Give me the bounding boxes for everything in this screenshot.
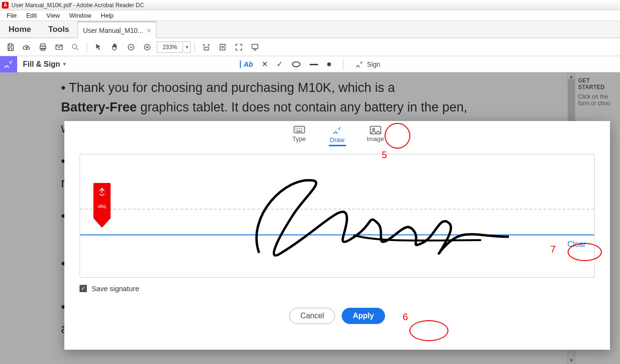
x-tool-icon[interactable]: ✕ <box>262 60 268 69</box>
save-signature-label: Save signature <box>91 284 139 293</box>
menubar: File Edit View Window Help <box>0 10 620 21</box>
menu-help[interactable]: Help <box>96 11 119 20</box>
right-panel-text: form or choo <box>578 100 617 107</box>
svg-point-6 <box>72 44 77 49</box>
window-titlebar: A User Manual_M10K.pdf - Adobe Acrobat R… <box>0 0 620 10</box>
clear-signature-button[interactable]: Clear <box>568 240 586 249</box>
content-area: • Thank you for choosing and purchasing … <box>0 72 620 364</box>
tab-close-icon[interactable]: × <box>147 27 151 34</box>
svg-rect-11 <box>252 44 258 49</box>
zoom-in-icon[interactable] <box>140 40 155 55</box>
sig-tab-image[interactable]: Image <box>364 126 387 143</box>
app-icon: A <box>2 2 9 9</box>
line-tool-icon[interactable] <box>309 63 318 66</box>
save-nature-checkbox[interactable]: ✓ <box>80 285 87 292</box>
svg-rect-10 <box>220 44 225 50</box>
signature-canvas[interactable]: Sign Clear <box>80 154 595 278</box>
hand-tool-icon[interactable] <box>107 40 122 55</box>
fill-sign-label[interactable]: Fill & Sign ▼ <box>17 60 72 69</box>
fill-sign-icon[interactable] <box>0 56 17 72</box>
svg-text:Sign: Sign <box>98 204 106 209</box>
annotation-number: 6 <box>403 312 408 323</box>
tabstrip: Home Tools User Manual_M10... × <box>0 21 620 38</box>
menu-edit[interactable]: Edit <box>21 11 41 20</box>
zoom-dropdown-icon[interactable]: ▼ <box>184 41 191 53</box>
dot-tool-icon[interactable] <box>326 62 331 67</box>
text-tool[interactable]: Ab <box>240 60 253 68</box>
zoom-level[interactable]: 233% <box>157 41 183 53</box>
tab-tools[interactable]: Tools <box>40 21 78 38</box>
fit-page-icon[interactable] <box>215 40 230 55</box>
annotation-number: 7 <box>550 244 556 255</box>
toolbar-separator <box>194 42 195 52</box>
svg-rect-0 <box>9 44 12 46</box>
doc-line: • Thank you for choosing and purchasing … <box>61 78 548 98</box>
signature-dialog: Type Draw Image Sign <box>64 121 610 350</box>
annotation-number: 5 <box>382 150 387 161</box>
scroll-thumb[interactable] <box>568 79 575 122</box>
signature-drawing <box>175 169 509 264</box>
toolbar-separator <box>87 42 87 52</box>
svg-rect-1 <box>9 48 12 50</box>
cloud-icon[interactable] <box>19 40 34 55</box>
sig-tab-type[interactable]: Type <box>287 126 311 143</box>
fill-sign-tools: Ab ✕ ✓ Sign <box>240 59 380 70</box>
zoom-out-icon[interactable] <box>123 40 139 55</box>
toolbar-separator <box>343 59 343 70</box>
right-panel-text: Click on the <box>578 93 617 100</box>
tab-document[interactable]: User Manual_M10... × <box>78 21 156 38</box>
dialog-buttons: Cancel Apply <box>64 308 610 324</box>
fit-width-icon[interactable] <box>199 40 214 55</box>
select-tool-icon[interactable] <box>91 40 106 55</box>
svg-rect-9 <box>204 47 209 50</box>
cancel-button[interactable]: Cancel <box>289 308 335 324</box>
scroll-down-icon[interactable]: ▼ <box>568 356 575 364</box>
mail-icon[interactable] <box>51 40 67 55</box>
sign-ribbon: Sign <box>93 183 111 228</box>
svg-rect-15 <box>294 126 305 133</box>
save-signature-row: ✓ Save signature <box>80 284 595 293</box>
fill-sign-bar: Fill & Sign ▼ Ab ✕ ✓ Sign <box>0 56 620 72</box>
read-mode-icon[interactable] <box>247 40 263 55</box>
svg-point-14 <box>327 62 331 66</box>
svg-point-17 <box>373 128 375 130</box>
sig-tab-draw[interactable]: Draw <box>325 126 349 143</box>
right-panel-heading: GET STARTED <box>578 77 617 91</box>
menu-file[interactable]: File <box>2 11 21 20</box>
fullscreen-icon[interactable] <box>231 40 246 55</box>
sign-tool[interactable]: Sign <box>355 60 380 69</box>
window-title: User Manual_M10K.pdf - Adobe Acrobat Rea… <box>11 2 144 9</box>
apply-button[interactable]: Apply <box>342 308 385 324</box>
circle-tool-icon[interactable] <box>291 61 301 68</box>
menu-view[interactable]: View <box>41 11 64 20</box>
signature-mode-tabs: Type Draw Image <box>64 121 610 145</box>
tab-home[interactable]: Home <box>0 21 40 38</box>
doc-line: Battery-Free graphics tablet. It does no… <box>61 98 548 117</box>
search-icon[interactable] <box>68 40 83 55</box>
check-tool-icon[interactable]: ✓ <box>276 60 283 69</box>
save-icon[interactable] <box>3 40 18 55</box>
svg-point-12 <box>292 62 300 67</box>
print-icon[interactable] <box>35 40 51 55</box>
svg-rect-13 <box>309 64 318 65</box>
menu-window[interactable]: Window <box>64 11 96 20</box>
main-toolbar: 233% ▼ <box>0 38 620 56</box>
tab-document-label: User Manual_M10... <box>83 27 143 34</box>
